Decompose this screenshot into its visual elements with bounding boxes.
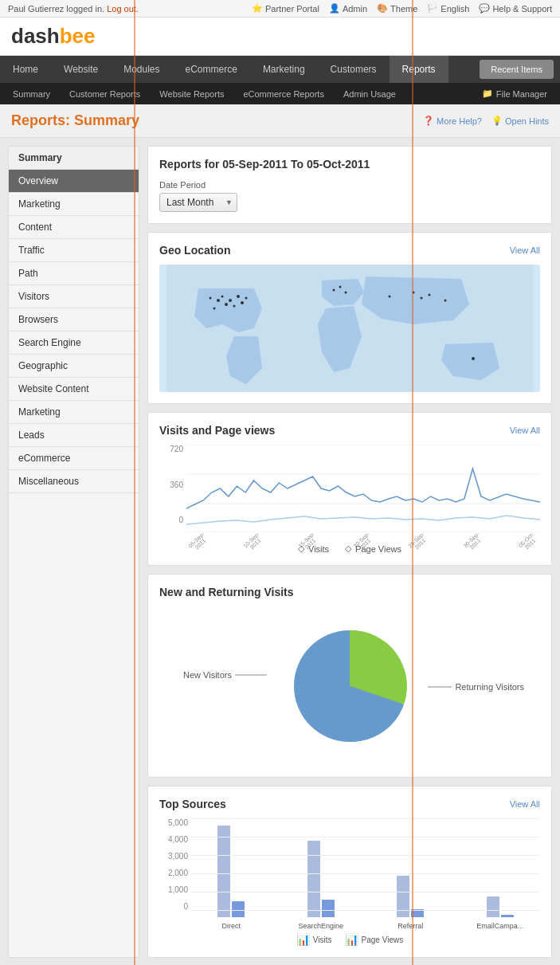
legend-bar-pageviews: 📊 Page Views xyxy=(345,933,404,946)
y-axis-visits: 720 360 0 xyxy=(159,445,183,540)
palette-icon: 🎨 xyxy=(377,3,388,14)
nav-website[interactable]: Website xyxy=(51,56,111,83)
subnav-ecommerce-reports[interactable]: eCommerce Reports xyxy=(233,84,333,104)
sidebar-item-miscellaneous[interactable]: Miscellaneous xyxy=(9,470,139,493)
language-link[interactable]: 🏳️ English xyxy=(427,3,469,14)
page-header-links: ❓ More Help? 💡 Open Hints xyxy=(423,116,549,126)
subnav-admin-usage[interactable]: Admin Usage xyxy=(334,84,405,104)
svg-point-16 xyxy=(429,294,431,296)
legend-bar-visits: 📊 Visits xyxy=(296,933,332,946)
sidebar-item-search-engine[interactable]: Search Engine xyxy=(9,331,139,355)
new-returning-title: New and Returning Visits xyxy=(159,586,294,598)
reports-for-title: Reports for 05-Sep-2011 To 05-Oct-2011 xyxy=(159,158,540,171)
sidebar-item-traffic[interactable]: Traffic xyxy=(9,239,139,262)
bar-searchengine: SearchEngine xyxy=(281,822,362,930)
main-content: Reports for 05-Sep-2011 To 05-Oct-2011 D… xyxy=(147,146,552,958)
bars-container: Direct SearchEngine xyxy=(191,818,540,930)
svg-point-9 xyxy=(245,297,248,300)
recent-items-button[interactable]: Recent Items xyxy=(480,60,554,79)
page-header: Reports: Summary ❓ More Help? 💡 Open Hin… xyxy=(0,104,560,138)
bar-visits-icon: 📊 xyxy=(296,933,310,946)
main-nav: Home Website Modules eCommerce Marketing… xyxy=(0,56,560,83)
theme-link[interactable]: 🎨 Theme xyxy=(377,3,417,14)
bar-emailcampaign: EmailCampa... xyxy=(460,822,541,930)
subnav-summary[interactable]: Summary xyxy=(3,84,60,104)
svg-point-4 xyxy=(229,299,232,302)
reports-header-card: Reports for 05-Sep-2011 To 05-Oct-2011 D… xyxy=(147,146,552,224)
logo: dashbee xyxy=(11,24,549,49)
nav-ecommerce[interactable]: eCommerce xyxy=(173,56,250,83)
geo-map xyxy=(159,265,540,392)
admin-link[interactable]: 👤 Admin xyxy=(329,3,367,14)
partner-portal-link[interactable]: ⭐ Partner Portal xyxy=(252,3,319,14)
sidebar-item-geographic[interactable]: Geographic xyxy=(9,355,139,378)
top-sources-header: Top Sources View All xyxy=(159,798,540,810)
date-period-select-wrapper[interactable]: Last Month Last Week Last Year Custom xyxy=(159,193,237,212)
svg-point-1 xyxy=(217,299,220,302)
svg-point-12 xyxy=(339,286,342,288)
bar-direct: Direct xyxy=(191,822,272,930)
sidebar-item-ecommerce[interactable]: eCommerce xyxy=(9,447,139,470)
logo-bar: dashbee xyxy=(0,18,560,56)
svg-point-15 xyxy=(421,297,423,300)
bar-referral: Referral xyxy=(370,822,451,930)
subnav-website-reports[interactable]: Website Reports xyxy=(150,84,233,104)
lightbulb-icon: 💡 xyxy=(491,116,503,126)
svg-point-3 xyxy=(221,296,224,298)
sidebar-item-marketing[interactable]: Marketing xyxy=(9,193,139,216)
world-map-svg xyxy=(159,265,540,392)
content-area: Summary Overview Marketing Content Traff… xyxy=(0,138,560,965)
sidebar-item-overview[interactable]: Overview xyxy=(9,170,139,193)
geo-view-all-link[interactable]: View All xyxy=(510,245,540,255)
bar-chart-area: 5,000 4,000 3,000 2,000 1,000 0 xyxy=(159,818,540,930)
nav-modules[interactable]: Modules xyxy=(111,56,172,83)
sub-nav: Summary Customer Reports Website Reports… xyxy=(0,83,560,104)
more-help-link[interactable]: ❓ More Help? xyxy=(423,116,482,126)
open-hints-link[interactable]: 💡 Open Hints xyxy=(491,116,549,126)
nav-home[interactable]: Home xyxy=(0,56,51,83)
visits-chart-title: Visits and Page views xyxy=(159,424,275,437)
bar-chart-legend: 📊 Visits 📊 Page Views xyxy=(159,933,540,946)
svg-point-18 xyxy=(389,296,391,298)
folder-icon: 📁 xyxy=(482,88,493,99)
pie-chart-container: New Visitors Returning Vis xyxy=(159,606,540,766)
nav-customers[interactable]: Customers xyxy=(318,56,390,83)
flag-icon: 🏳️ xyxy=(427,3,438,14)
new-returning-header: New and Returning Visits xyxy=(159,586,540,598)
line-chart-svg xyxy=(186,445,540,532)
svg-point-10 xyxy=(210,297,212,300)
top-bar: Paul Gutierrez logged in. Log out. ⭐ Par… xyxy=(0,0,560,18)
person-icon: 👤 xyxy=(329,3,340,14)
logout-link[interactable]: Log out. xyxy=(107,4,139,14)
pie-chart-svg xyxy=(286,622,413,750)
svg-point-6 xyxy=(213,308,216,310)
help-link[interactable]: 💬 Help & Support xyxy=(479,3,552,14)
nav-reports[interactable]: Reports xyxy=(390,56,448,83)
nav-marketing[interactable]: Marketing xyxy=(250,56,318,83)
new-visitors-label: New Visitors xyxy=(183,670,267,680)
file-manager-link[interactable]: 📁 File Manager xyxy=(472,83,557,104)
top-sources-view-all-link[interactable]: View All xyxy=(510,799,540,809)
sidebar-item-summary[interactable]: Summary xyxy=(9,147,139,170)
sidebar-item-website-content[interactable]: Website Content xyxy=(9,378,139,401)
svg-point-2 xyxy=(225,303,228,306)
subnav-customer-reports[interactable]: Customer Reports xyxy=(60,84,150,104)
top-sources-title: Top Sources xyxy=(159,798,226,810)
date-period-select[interactable]: Last Month Last Week Last Year Custom xyxy=(159,193,237,212)
sidebar-item-browsers[interactable]: Browsers xyxy=(9,308,139,331)
visits-view-all-link[interactable]: View All xyxy=(510,426,540,435)
sidebar-item-path[interactable]: Path xyxy=(9,262,139,285)
svg-point-17 xyxy=(444,300,447,302)
svg-point-7 xyxy=(237,295,240,298)
sidebar-item-leads[interactable]: Leads xyxy=(9,424,139,447)
sidebar-item-marketing2[interactable]: Marketing xyxy=(9,401,139,424)
svg-point-13 xyxy=(345,292,347,294)
visits-line-chart: 05-Sep-2011 10-Sep-2011 15-Sep-2011 20-S… xyxy=(186,445,540,540)
page-title: Reports: Summary xyxy=(11,112,139,129)
sidebar-item-visitors[interactable]: Visitors xyxy=(9,285,139,308)
returning-visitors-label: Returning Visitors xyxy=(428,682,524,692)
geo-location-header: Geo Location View All xyxy=(159,244,540,257)
visits-chart-card: Visits and Page views View All 720 360 0 xyxy=(147,412,552,566)
geo-location-card: Geo Location View All xyxy=(147,232,552,404)
sidebar-item-content[interactable]: Content xyxy=(9,216,139,239)
